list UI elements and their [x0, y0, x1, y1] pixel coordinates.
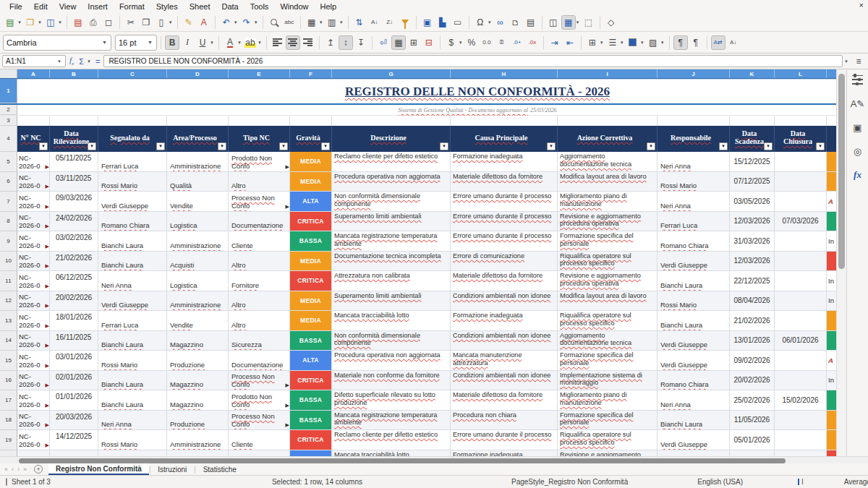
cell-k12[interactable]: 08/04/2026 [730, 291, 775, 312]
cell-a6[interactable]: NC-2026-0▶ [17, 172, 50, 192]
cell-a7[interactable]: NC-2026-0▶ [17, 192, 50, 212]
export-pdf-icon[interactable]: ▤ [71, 15, 85, 30]
cell-h9[interactable]: Errore umano durante il processo [451, 231, 558, 252]
sidebar-styles-icon[interactable]: A✎ [851, 96, 865, 111]
cell-f17[interactable]: BASSA [290, 390, 332, 411]
row-header-5[interactable]: 5 [0, 152, 17, 172]
align-bottom-icon[interactable]: ↧ [354, 35, 368, 50]
insert-chart-icon[interactable]: ▙ [435, 15, 450, 30]
page-style[interactable]: PageStyle_Registro Non Conformità [511, 478, 628, 486]
autofilter-button[interactable]: ▼ [218, 142, 226, 150]
header-cell-11[interactable]: Data Scadenza▼ [730, 126, 775, 152]
cell-a17[interactable]: NC-2026-0▶ [17, 390, 50, 411]
column-header-C[interactable]: C [98, 69, 167, 78]
menu-item-window[interactable]: Window [275, 1, 313, 12]
row-header-10[interactable]: 10 [0, 252, 17, 272]
align-right-icon[interactable] [301, 35, 315, 50]
cell-j10[interactable]: Verdi Giuseppe [658, 252, 730, 272]
text-ltr-icon[interactable]: ¶ [673, 35, 688, 50]
cell-m6[interactable] [827, 172, 836, 192]
cell-k10[interactable]: 12/03/2026 [730, 252, 775, 272]
border-style-icon[interactable]: ☰ [605, 35, 620, 50]
formula-equals-icon[interactable]: = [94, 57, 101, 66]
save-icon[interactable]: ◫ [43, 15, 58, 30]
cell-m11[interactable]: In [827, 271, 836, 291]
cell-c19[interactable]: Rossi Mario [98, 430, 167, 450]
cell-b10[interactable]: 21/02/2026 [50, 252, 98, 272]
cell-j19[interactable]: Verdi Giuseppe [658, 430, 730, 450]
cell-k7[interactable]: 03/05/2026 [730, 192, 775, 212]
column-header-B[interactable]: B [50, 69, 98, 78]
language-status[interactable]: English (USA) [697, 478, 743, 486]
text-rtl-icon[interactable]: ¶ [689, 35, 703, 50]
row-header-3[interactable]: 3 [0, 116, 17, 126]
cell-i9[interactable]: Formazione specifica del personale [558, 231, 658, 252]
cell-j15[interactable]: Verdi Giuseppe [658, 351, 730, 371]
cell-i16[interactable]: Implementazione sistema di monitoraggio [558, 371, 658, 391]
cell-k13[interactable]: 21/02/2026 [730, 311, 775, 331]
row-header-18[interactable]: 18 [0, 411, 17, 431]
horizontal-scrollbar[interactable] [0, 456, 868, 463]
name-box[interactable]: A1:N1▼ [2, 55, 66, 67]
cell-a12[interactable]: NC-2026-0▶ [17, 291, 50, 312]
cell-a9[interactable]: NC-2026-0▶ [17, 231, 50, 252]
cell-b8[interactable]: 24/02/2026 [50, 212, 98, 232]
row-header-13[interactable]: 13 [0, 311, 17, 331]
cell-b18[interactable]: 20/03/2026 [50, 411, 98, 431]
delete-decimal-icon[interactable]: .0x [525, 35, 540, 50]
cell-f13[interactable]: MEDIA [290, 311, 332, 331]
cell-a14[interactable]: NC-2026-0▶ [17, 331, 50, 351]
autofilter-button[interactable]: ▼ [440, 142, 448, 150]
cell-a20[interactable] [17, 450, 50, 457]
background-color-icon[interactable] [626, 35, 640, 50]
cell-d5[interactable]: Amministrazione [167, 152, 229, 172]
text-direction-horizontal-icon[interactable]: A⇄ [711, 35, 726, 50]
cell-e19[interactable]: Cliente [229, 430, 290, 450]
cell-d18[interactable]: Produzione [167, 411, 229, 431]
find-replace-icon[interactable] [267, 15, 281, 30]
paste-icon[interactable]: ▯ [154, 15, 169, 30]
cell-m17[interactable] [827, 390, 836, 411]
cell-i17[interactable]: Miglioramento piano di manutenzione [558, 390, 658, 411]
cell-f14[interactable]: BASSA [290, 331, 332, 351]
text-direction-vertical-icon[interactable]: A↓ [726, 35, 741, 50]
cell-a16[interactable]: NC-2026-0▶ [17, 371, 50, 391]
cell-b20[interactable] [50, 450, 98, 457]
align-left-icon[interactable] [271, 35, 285, 50]
cell-h7[interactable]: Errore umano durante il processo [451, 192, 558, 212]
merge-cells-icon[interactable]: ⊞ [407, 35, 421, 50]
merge-center-cells-icon[interactable]: ▦ [391, 35, 406, 50]
autosum-icon[interactable]: Σ [77, 57, 85, 66]
sidebar-menu-icon[interactable]: ≡ [851, 56, 866, 67]
subtitle-cell[interactable]: Sistema di Gestione Qualità - Documento … [17, 105, 836, 115]
format-percent-icon[interactable]: % [464, 35, 479, 50]
cell-e16[interactable]: Processo Non Confo▶ [229, 371, 290, 391]
cell-d10[interactable]: Acquisti [167, 252, 229, 272]
decrease-indent-icon[interactable]: ⇤ [563, 35, 577, 50]
vertical-scrollbar[interactable] [836, 69, 846, 456]
cell-row3[interactable] [167, 116, 229, 126]
header-cell-2[interactable]: Data Rilevazione▼ [50, 126, 98, 152]
last-sheet-icon[interactable]: » [22, 466, 28, 473]
cell-f19[interactable]: CRITICA [290, 430, 332, 450]
cell-d13[interactable]: Vendite [167, 311, 229, 331]
sidebar-functions-icon[interactable]: fx [851, 168, 865, 182]
sidebar-properties-icon[interactable] [851, 72, 865, 87]
font-color-icon[interactable]: A [223, 35, 237, 50]
print-preview-icon[interactable]: ◻ [101, 15, 116, 30]
cell-k9[interactable]: 31/03/2026 [730, 231, 775, 252]
sheet-tab-registro-non-conformità[interactable]: Registro Non Conformità [48, 463, 149, 475]
menu-item-data[interactable]: Data [216, 1, 243, 12]
autofilter-button[interactable]: ▼ [321, 142, 330, 150]
menu-item-styles[interactable]: Styles [151, 1, 183, 12]
cell-e13[interactable]: Altro [229, 311, 290, 331]
italic-icon[interactable]: I [180, 35, 195, 50]
split-window-icon[interactable]: ◫ [546, 15, 561, 30]
cell-g8[interactable]: Superamento limiti ambientali [332, 212, 451, 232]
column-header-G[interactable]: G [332, 69, 451, 78]
row-header-6[interactable]: 6 [0, 172, 17, 192]
cell-i6[interactable]: Modifica layout area di lavoro [558, 172, 658, 192]
cell-e11[interactable]: Fornitore [229, 271, 290, 291]
column-header-m-clipped[interactable] [827, 69, 836, 78]
cell-c16[interactable]: Bianchi Laura [98, 371, 167, 391]
